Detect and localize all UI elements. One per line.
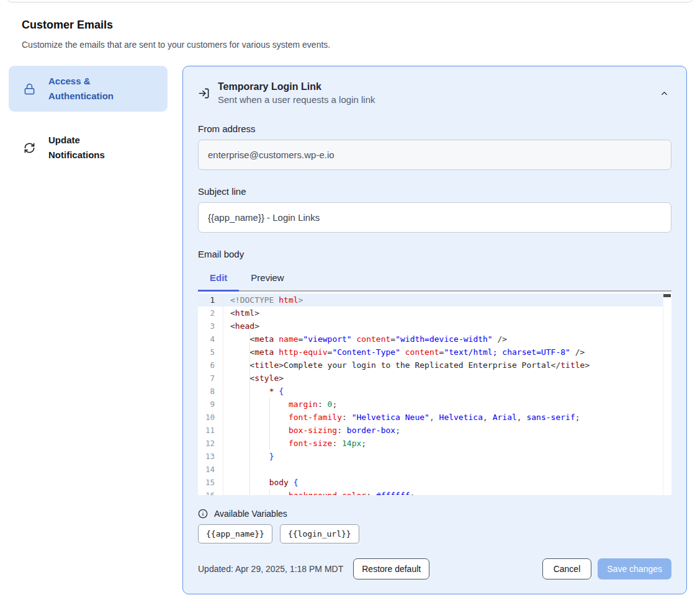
sidebar: Access & Authentication Update Notificat… xyxy=(9,66,168,171)
line-number: 16 xyxy=(198,489,223,495)
line-number: 1 xyxy=(198,293,223,306)
from-address-input[interactable] xyxy=(198,140,671,170)
code-line[interactable]: 15 body { xyxy=(198,476,671,489)
code-text: <title>Complete your login to the Replic… xyxy=(223,359,671,372)
tab-preview[interactable]: Preview xyxy=(239,267,295,290)
code-line[interactable]: 8 * { xyxy=(198,385,671,398)
code-line[interactable]: 14 xyxy=(198,463,671,476)
subject-line-input[interactable] xyxy=(198,202,671,233)
line-number: 9 xyxy=(198,398,223,411)
code-text: <style> xyxy=(223,372,671,385)
editor-scrollbar-track[interactable] xyxy=(663,292,671,495)
panel-header: Temporary Login Link Sent when a user re… xyxy=(198,81,671,105)
code-editor[interactable]: 1<!DOCTYPE html>2<html>3<head>4 <meta na… xyxy=(198,292,671,495)
code-text: background-color: #ffffff; xyxy=(223,489,671,495)
code-line[interactable]: 3<head> xyxy=(198,320,671,333)
code-line[interactable]: 13 } xyxy=(198,450,671,463)
line-number: 5 xyxy=(198,346,223,359)
line-number: 4 xyxy=(198,333,223,346)
cancel-button[interactable]: Cancel xyxy=(542,558,592,579)
restore-default-button[interactable]: Restore default xyxy=(353,558,429,579)
editor-scrollbar-thumb[interactable] xyxy=(663,294,671,297)
indent-guide xyxy=(269,489,270,495)
line-number: 10 xyxy=(198,411,223,424)
code-line[interactable]: 6 <title>Complete your login to the Repl… xyxy=(198,359,671,372)
line-number: 13 xyxy=(198,450,223,463)
panel-title-block: Temporary Login Link Sent when a user re… xyxy=(218,81,375,105)
indent-guide xyxy=(249,333,250,495)
save-changes-button[interactable]: Save changes xyxy=(598,558,671,579)
subject-line-label: Subject line xyxy=(198,186,671,197)
sidebar-item-update-notifications[interactable]: Update Notifications xyxy=(9,125,168,171)
line-number: 2 xyxy=(198,306,223,320)
tab-edit[interactable]: Edit xyxy=(198,267,239,290)
sidebar-item-label: Update Notifications xyxy=(48,133,135,163)
variable-chip-login-url[interactable]: {{login_url}} xyxy=(280,524,359,543)
code-lines: 1<!DOCTYPE html>2<html>3<head>4 <meta na… xyxy=(198,292,671,495)
chevron-up-icon xyxy=(660,89,669,98)
line-number: 6 xyxy=(198,359,223,372)
code-line[interactable]: 5 <meta http-equiv="Content-Type" conten… xyxy=(198,346,671,359)
code-text: <html> xyxy=(223,306,671,320)
code-line[interactable]: 2<html> xyxy=(198,306,671,320)
line-number: 12 xyxy=(198,437,223,450)
lock-icon xyxy=(24,83,35,95)
available-variables-row: Available Variables xyxy=(198,509,671,519)
code-line[interactable]: 1<!DOCTYPE html> xyxy=(198,293,671,306)
content-layout: Access & Authentication Update Notificat… xyxy=(0,66,700,594)
code-text xyxy=(223,463,671,476)
code-text: <head> xyxy=(223,320,671,333)
available-variables-label: Available Variables xyxy=(214,509,287,519)
log-in-icon xyxy=(198,87,210,99)
code-text: } xyxy=(223,450,671,463)
code-text: <!DOCTYPE html> xyxy=(223,293,671,306)
code-text: * { xyxy=(223,385,671,398)
page-title: Customer Emails xyxy=(22,19,700,32)
line-number: 3 xyxy=(198,320,223,333)
panel-subtitle: Sent when a user requests a login link xyxy=(218,94,375,105)
line-number: 11 xyxy=(198,424,223,437)
line-number: 7 xyxy=(198,372,223,385)
code-text: font-family: "Helvetica Neue", Helvetica… xyxy=(223,411,671,424)
panel-footer: Updated: Apr 29, 2025, 1:18 PM MDT Resto… xyxy=(198,558,671,579)
email-settings-panel: Temporary Login Link Sent when a user re… xyxy=(182,66,687,594)
line-number: 14 xyxy=(198,463,223,476)
page-header: Customer Emails Customize the emails tha… xyxy=(0,0,700,50)
code-text: body { xyxy=(223,476,671,489)
sidebar-item-access-authentication[interactable]: Access & Authentication xyxy=(9,66,168,112)
variable-chips: {{app_name}} {{login_url}} xyxy=(198,524,671,543)
variable-chip-app-name[interactable]: {{app_name}} xyxy=(198,524,272,543)
line-number: 8 xyxy=(198,385,223,398)
collapse-button[interactable] xyxy=(657,86,671,101)
from-address-label: From address xyxy=(198,123,671,134)
code-line[interactable]: 7 <style> xyxy=(198,372,671,385)
page-subtitle: Customize the emails that are sent to yo… xyxy=(22,40,700,50)
email-body-tabbar: Edit Preview xyxy=(198,267,671,292)
code-text: box-sizing: border-box; xyxy=(223,424,671,437)
panel-title: Temporary Login Link xyxy=(218,81,375,92)
sidebar-item-label: Access & Authentication xyxy=(48,74,135,104)
updated-timestamp: Updated: Apr 29, 2025, 1:18 PM MDT xyxy=(198,564,343,574)
refresh-icon xyxy=(24,142,35,154)
code-text: <meta name="viewport" content="width=dev… xyxy=(223,333,671,346)
info-icon[interactable] xyxy=(198,509,208,519)
code-text: margin: 0; xyxy=(223,398,671,411)
code-line[interactable]: 4 <meta name="viewport" content="width=d… xyxy=(198,333,671,346)
code-text: <meta http-equiv="Content-Type" content=… xyxy=(223,346,671,359)
code-text: font-size: 14px; xyxy=(223,437,671,450)
indent-guide xyxy=(269,398,270,450)
email-body-label: Email body xyxy=(198,249,671,259)
previous-card-edge xyxy=(6,0,694,2)
line-number: 15 xyxy=(198,476,223,489)
